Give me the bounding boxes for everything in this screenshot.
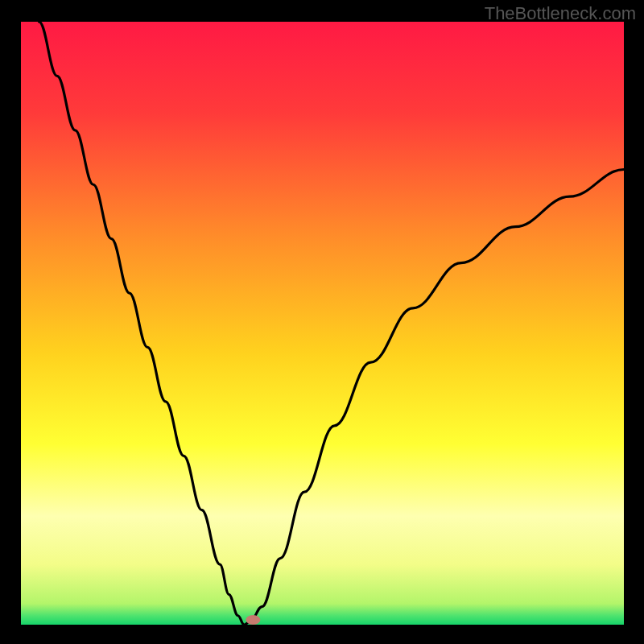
curve-minimum-marker — [246, 615, 260, 625]
chart-plot-area — [21, 22, 624, 625]
chart-background-gradient — [21, 22, 624, 625]
chart-svg — [21, 22, 624, 625]
watermark-text: TheBottleneck.com — [485, 3, 636, 24]
